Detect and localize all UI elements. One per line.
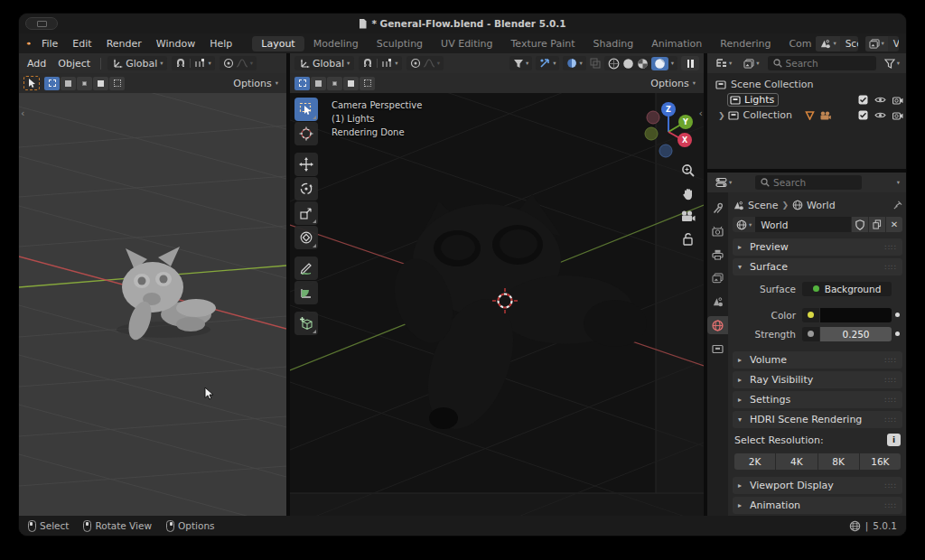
outliner-display-mode-dropdown[interactable]: ▾ xyxy=(712,56,735,70)
world-browse-button[interactable]: ▾ xyxy=(733,217,755,232)
tool-cursor[interactable] xyxy=(294,122,318,145)
snap-cluster[interactable]: ▾ xyxy=(359,56,401,70)
resolution-16k-button[interactable]: 16K xyxy=(860,453,901,470)
panel-ray-visibility[interactable]: ▸ Ray Visibility ∷∷ xyxy=(733,371,902,388)
panel-surface[interactable]: ▾ Surface ∷∷ xyxy=(733,258,902,275)
object-type-visibility-dropdown[interactable]: ▾ xyxy=(509,56,532,70)
tab-rendering[interactable]: Rendering xyxy=(711,36,780,51)
navigation-gizmo[interactable]: Z Y X xyxy=(640,98,700,158)
network-globe-icon[interactable] xyxy=(849,520,861,532)
zoom-icon[interactable] xyxy=(681,163,695,177)
breadcrumb-world[interactable]: World xyxy=(807,200,836,211)
pin-icon[interactable] xyxy=(892,201,902,210)
fake-user-shield-button[interactable] xyxy=(852,217,868,232)
drag-grip-icon[interactable]: ∷∷ xyxy=(885,263,897,272)
world-name-field[interactable]: World xyxy=(755,217,851,232)
info-button[interactable]: i xyxy=(887,434,901,446)
select-mode-intersect-button[interactable] xyxy=(360,77,375,90)
resolution-4k-button[interactable]: 4K xyxy=(776,453,817,470)
render-camera-icon[interactable] xyxy=(892,96,903,105)
drag-grip-icon[interactable]: ∷∷ xyxy=(885,501,897,510)
animate-dot[interactable] xyxy=(895,313,900,317)
tool-annotate[interactable] xyxy=(294,257,318,280)
select-mode-set-button[interactable] xyxy=(294,77,310,90)
panel-hdri-scene-rendering[interactable]: ▾ HDRI Scene Rendering ∷∷ xyxy=(733,411,902,428)
proportional-editing-cluster[interactable]: ▾ xyxy=(220,56,257,70)
viewport-right-options[interactable]: Options ▾ xyxy=(650,78,699,89)
transform-orientation-dropdown[interactable]: Global ▾ xyxy=(294,56,354,70)
render-camera-icon[interactable] xyxy=(892,111,903,120)
tab-world[interactable] xyxy=(707,316,728,334)
outliner-id-filter-dropdown[interactable]: ▾ xyxy=(740,56,762,70)
viewport-right-canvas[interactable]: ‹ Camera Perspective (1) Lights Renderin… xyxy=(290,93,704,518)
add-menu[interactable]: Add xyxy=(23,56,50,71)
show-gizmo-dropdown[interactable]: ▾ xyxy=(536,56,559,70)
panel-volume[interactable]: ▸ Volume ∷∷ xyxy=(733,351,902,369)
panel-preview[interactable]: ▸ Preview ∷∷ xyxy=(733,238,902,256)
checkbox-icon[interactable] xyxy=(858,110,868,120)
tool-rotate[interactable] xyxy=(294,177,318,201)
show-overlays-dropdown[interactable]: ▾ xyxy=(563,56,585,70)
gizmo-axis-x-negative[interactable] xyxy=(647,111,659,124)
toggle-xray-icon[interactable] xyxy=(590,58,601,69)
outliner-item-label[interactable]: Lights xyxy=(744,94,774,106)
tab-output[interactable] xyxy=(707,246,728,264)
color-swatch[interactable] xyxy=(820,308,892,322)
scene-browse-button[interactable]: ▾ xyxy=(816,36,839,51)
unlink-datablock-button[interactable]: ✕ xyxy=(886,217,902,232)
transform-orientation-dropdown[interactable]: Global ▾ xyxy=(107,56,167,70)
tool-transform[interactable] xyxy=(294,226,318,249)
tool-scale[interactable] xyxy=(294,201,318,225)
proportional-editing-cluster[interactable]: ▾ xyxy=(406,56,444,70)
select-mode-set-button[interactable] xyxy=(44,77,60,90)
animate-dot[interactable] xyxy=(895,331,900,336)
chevron-down-icon[interactable]: ▾ xyxy=(897,179,903,186)
drag-grip-icon[interactable]: ∷∷ xyxy=(885,415,897,425)
select-mode-invert-button[interactable] xyxy=(343,77,359,90)
gizmo-axis-z-negative[interactable] xyxy=(659,145,672,157)
tab-layout[interactable]: Layout xyxy=(252,36,304,51)
viewport-left-canvas[interactable]: ‹ xyxy=(19,93,286,518)
shading-wireframe-icon[interactable] xyxy=(608,58,620,70)
blender-logo-icon[interactable] xyxy=(26,38,31,49)
shading-solid-icon[interactable] xyxy=(622,58,634,70)
pause-render-button[interactable] xyxy=(681,56,699,70)
menu-file[interactable]: File xyxy=(34,36,65,51)
select-mode-extend-button[interactable] xyxy=(61,77,76,90)
outliner-item-label[interactable]: Scene Collection xyxy=(731,79,813,90)
menu-edit[interactable]: Edit xyxy=(65,36,98,51)
select-mode-intersect-button[interactable] xyxy=(109,77,125,90)
outliner-selected-item[interactable]: Lights xyxy=(727,93,779,107)
outliner-filter-dropdown[interactable]: ▾ xyxy=(881,56,903,70)
pan-hand-icon[interactable] xyxy=(681,187,695,201)
outliner-search[interactable] xyxy=(768,56,876,70)
tab-scene[interactable] xyxy=(707,293,728,311)
drag-grip-icon[interactable]: ∷∷ xyxy=(885,243,897,252)
snap-cluster[interactable]: ▾ xyxy=(172,56,214,70)
tab-shading[interactable]: Shading xyxy=(584,36,642,51)
gizmo-axis-y-negative[interactable] xyxy=(645,127,658,140)
checkbox-icon[interactable] xyxy=(858,95,868,105)
tool-measure[interactable] xyxy=(294,281,318,304)
viewlayer-browse-button[interactable]: ▾ xyxy=(865,36,888,51)
panel-settings[interactable]: ▸ Settings ∷∷ xyxy=(733,391,902,408)
tab-sculpting[interactable]: Sculpting xyxy=(368,36,432,51)
hide-eye-icon[interactable] xyxy=(874,111,886,119)
tab-animation[interactable]: Animation xyxy=(642,36,711,51)
tab-modeling[interactable]: Modeling xyxy=(304,36,368,51)
drag-grip-icon[interactable]: ∷∷ xyxy=(885,376,897,385)
outliner-row-collection[interactable]: ❯ Collection xyxy=(707,107,907,123)
select-mode-invert-button[interactable] xyxy=(93,77,108,90)
expand-chevron-icon[interactable]: ❯ xyxy=(718,111,725,120)
tool-select-box[interactable] xyxy=(294,98,318,121)
drag-grip-icon[interactable]: ∷∷ xyxy=(885,396,897,405)
scene-selector[interactable]: ▾ Scene ✕ xyxy=(816,36,857,51)
menu-window[interactable]: Window xyxy=(149,36,202,51)
tool-move[interactable] xyxy=(294,153,318,176)
properties-editor-type-dropdown[interactable]: ▾ xyxy=(712,175,735,190)
color-socket-button[interactable] xyxy=(802,308,819,322)
hide-eye-icon[interactable] xyxy=(874,96,886,104)
shading-material-icon[interactable] xyxy=(637,58,649,70)
tab-uv-editing[interactable]: UV Editing xyxy=(432,36,501,51)
outliner-item-label[interactable]: Collection xyxy=(743,109,792,121)
